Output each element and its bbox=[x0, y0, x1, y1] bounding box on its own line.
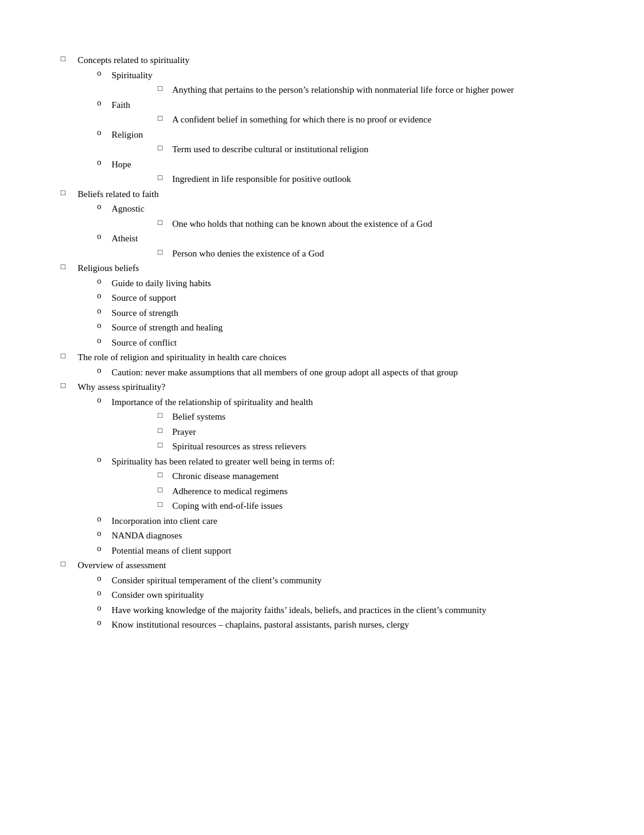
item-text: Person who denies the existence of a God bbox=[172, 247, 595, 261]
bullet-icon: o bbox=[97, 232, 112, 241]
list-item: oSpirituality has been related to greate… bbox=[97, 455, 595, 513]
bullet-icon: □ bbox=[61, 54, 78, 64]
bullet-icon: □ bbox=[158, 84, 172, 93]
list-item: oConsider spiritual temperament of the c… bbox=[97, 574, 595, 588]
bullet-icon: □ bbox=[61, 262, 78, 272]
list-item: oPotential means of client support bbox=[97, 544, 595, 558]
item-text: Why assess spirituality? bbox=[78, 380, 595, 394]
bullet-icon: □ bbox=[158, 113, 172, 123]
item-text: Coping with end-of-life issues bbox=[172, 499, 595, 513]
list-item: □The role of religion and spirituality i… bbox=[61, 350, 595, 379]
bullet-icon: o bbox=[97, 455, 112, 464]
item-text: Adherence to medical regimens bbox=[172, 485, 595, 498]
list-item: □Spiritual resources as stress relievers bbox=[158, 440, 595, 454]
list-item: oKnow institutional resources – chaplain… bbox=[97, 618, 595, 632]
bullet-icon: o bbox=[97, 128, 112, 138]
bullet-icon: o bbox=[97, 366, 112, 375]
list-item: oGuide to daily living habits bbox=[97, 277, 595, 290]
bullet-icon: □ bbox=[61, 559, 78, 569]
item-text: Atheist bbox=[112, 232, 595, 246]
bullet-icon: □ bbox=[158, 470, 172, 480]
item-text: Spirituality bbox=[112, 69, 595, 82]
item-text: Know institutional resources – chaplains… bbox=[112, 618, 595, 632]
bullet-icon: o bbox=[97, 514, 112, 524]
bullet-icon: o bbox=[97, 529, 112, 538]
bullet-icon: o bbox=[97, 574, 112, 583]
bullet-icon: o bbox=[97, 603, 112, 613]
list-item: oSource of support bbox=[97, 291, 595, 305]
bullet-icon: o bbox=[97, 306, 112, 316]
item-text: Prayer bbox=[172, 425, 595, 439]
list-item: □Coping with end-of-life issues bbox=[158, 499, 595, 513]
item-text: Hope bbox=[112, 158, 595, 172]
item-text: Potential means of client support bbox=[112, 544, 595, 558]
item-text: Caution: never make assumptions that all… bbox=[112, 366, 595, 380]
bullet-icon: □ bbox=[158, 173, 172, 183]
list-item: oConsider own spirituality bbox=[97, 588, 595, 602]
list-item: oCaution: never make assumptions that al… bbox=[97, 366, 595, 380]
list-item: □Term used to describe cultural or insti… bbox=[158, 143, 595, 156]
item-text: The role of religion and spirituality in… bbox=[78, 350, 595, 364]
bullet-icon: □ bbox=[61, 381, 78, 391]
item-text: Source of support bbox=[112, 291, 595, 305]
item-text: Incorporation into client care bbox=[112, 514, 595, 528]
list-item: oAtheist□Person who denies the existence… bbox=[97, 232, 595, 260]
bullet-icon: o bbox=[97, 158, 112, 167]
item-text: Have working knowledge of the majority f… bbox=[112, 603, 595, 617]
item-text: Faith bbox=[112, 98, 595, 112]
item-text: NANDA diagnoses bbox=[112, 529, 595, 543]
bullet-icon: o bbox=[97, 277, 112, 286]
bullet-icon: o bbox=[97, 69, 112, 78]
list-item: oReligion□Term used to describe cultural… bbox=[97, 128, 595, 156]
item-text: Term used to describe cultural or instit… bbox=[172, 143, 595, 156]
bullet-icon: o bbox=[97, 336, 112, 346]
item-text: Consider spiritual temperament of the cl… bbox=[112, 574, 595, 588]
item-text: Anything that pertains to the person’s r… bbox=[172, 83, 595, 97]
item-text: Chronic disease management bbox=[172, 469, 595, 483]
list-item: oSource of conflict bbox=[97, 336, 595, 350]
bullet-icon: □ bbox=[158, 500, 172, 509]
list-item: oIncorporation into client care bbox=[97, 514, 595, 528]
item-text: Source of conflict bbox=[112, 336, 595, 350]
bullet-icon: □ bbox=[158, 143, 172, 153]
item-text: Importance of the relationship of spirit… bbox=[112, 395, 595, 409]
bullet-icon: o bbox=[97, 98, 112, 108]
bullet-icon: o bbox=[97, 588, 112, 598]
item-text: Religion bbox=[112, 128, 595, 142]
list-item: □Concepts related to spiritualityoSpirit… bbox=[61, 53, 595, 186]
list-item: oHave working knowledge of the majority … bbox=[97, 603, 595, 617]
bullet-icon: o bbox=[97, 544, 112, 554]
list-item: oNANDA diagnoses bbox=[97, 529, 595, 543]
item-text: Source of strength bbox=[112, 306, 595, 320]
item-text: Concepts related to spirituality bbox=[78, 53, 595, 67]
item-text: Ingredient in life responsible for posit… bbox=[172, 172, 595, 186]
list-item: □Beliefs related to faithoAgnostic□One w… bbox=[61, 187, 595, 261]
item-text: A confident belief in something for whic… bbox=[172, 113, 595, 127]
item-text: Overview of assessment bbox=[78, 558, 595, 572]
list-item: oSource of strength bbox=[97, 306, 595, 320]
list-item: □Person who denies the existence of a Go… bbox=[158, 247, 595, 261]
list-item: □Ingredient in life responsible for posi… bbox=[158, 172, 595, 186]
list-item: oAgnostic□One who holds that nothing can… bbox=[97, 202, 595, 230]
item-text: One who holds that nothing can be known … bbox=[172, 217, 595, 231]
list-item: oSource of strength and healing bbox=[97, 321, 595, 335]
list-item: oHope□Ingredient in life responsible for… bbox=[97, 158, 595, 186]
item-text: Belief systems bbox=[172, 410, 595, 424]
bullet-icon: □ bbox=[61, 188, 78, 198]
item-text: Agnostic bbox=[112, 202, 595, 216]
bullet-icon: □ bbox=[158, 485, 172, 495]
list-item: □Religious beliefsoGuide to daily living… bbox=[61, 261, 595, 349]
item-text: Consider own spirituality bbox=[112, 588, 595, 602]
list-item: □Anything that pertains to the person’s … bbox=[158, 83, 595, 97]
bullet-icon: o bbox=[97, 395, 112, 405]
list-item: □Overview of assessmentoConsider spiritu… bbox=[61, 558, 595, 632]
main-outline: □Concepts related to spiritualityoSpirit… bbox=[49, 53, 595, 632]
list-item: □Prayer bbox=[158, 425, 595, 439]
item-text: Spirituality has been related to greater… bbox=[112, 455, 595, 469]
list-item: □Chronic disease management bbox=[158, 469, 595, 483]
item-text: Guide to daily living habits bbox=[112, 277, 595, 290]
bullet-icon: □ bbox=[158, 411, 172, 420]
list-item: □Why assess spirituality?oImportance of … bbox=[61, 380, 595, 557]
list-item: □Belief systems bbox=[158, 410, 595, 424]
bullet-icon: □ bbox=[158, 440, 172, 450]
